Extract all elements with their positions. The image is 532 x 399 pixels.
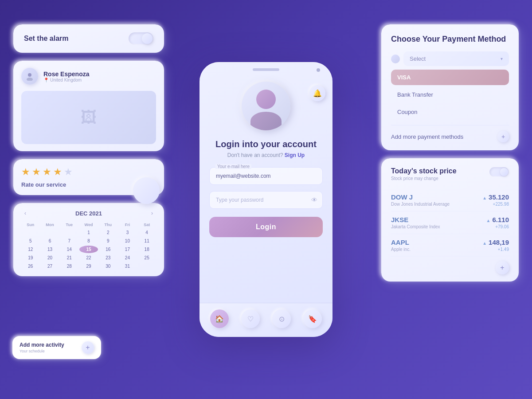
cal-day-25[interactable]: 25 [137,254,156,262]
email-input[interactable] [209,167,323,185]
cal-day-2[interactable]: 2 [99,229,117,236]
payment-option-bank[interactable]: Bank Transfer [391,87,509,102]
cal-day-23[interactable]: 23 [99,254,117,262]
cal-day-7[interactable]: 7 [60,237,78,245]
bell-icon: 🔔 [313,89,322,98]
stock-item-dowj: DOW J Dow Jones Industrial Average ▲35.1… [391,189,509,211]
cal-day-10[interactable]: 10 [118,237,137,245]
alarm-toggle[interactable] [129,32,153,45]
payment-option-coupon[interactable]: Coupon [391,104,509,120]
stock-toggle-switch[interactable] [489,167,509,177]
cal-day-24[interactable]: 24 [118,254,137,262]
signup-link[interactable]: Sign Up [285,152,305,158]
cal-day-31[interactable]: 31 [118,262,137,270]
cal-day-26[interactable]: 26 [21,262,40,270]
cal-day-14[interactable]: 14 [60,246,78,253]
cal-day-16[interactable]: 16 [99,246,117,253]
stock-add-button[interactable]: + [496,261,509,274]
star-5[interactable]: ★ [64,166,73,178]
cal-day-11[interactable]: 11 [137,237,156,245]
cal-day[interactable] [21,229,40,236]
phone-notch [253,68,279,71]
left-widgets-panel: Set the alarm Rose Espenoza 📍 Uni [13,24,164,276]
alarm-label: Set the alarm [24,35,68,43]
svg-point-1 [27,78,33,81]
cal-day-17[interactable]: 17 [118,246,137,253]
nav-bookmark-button[interactable]: 🔖 [303,309,322,328]
payment-option-visa[interactable]: VISA [391,70,509,85]
add-payment-row: Add more payment methods + [391,125,509,142]
phone-notch-area [200,62,332,73]
select-label: Select [410,55,426,62]
cal-day-21[interactable]: 21 [60,254,78,262]
cal-day-19[interactable]: 19 [21,254,40,262]
profile-info: Rose Espenoza 📍 United Kingdom [43,70,89,82]
calendar-next[interactable]: › [148,209,156,217]
calendar-widget: ‹ DEC 2021 › Sun Mon Tue Wed Thu Fri Sat… [13,203,164,276]
toggle-knob [142,33,153,44]
cal-day[interactable] [60,229,78,236]
stock-price-aapl: ▲148,19 [482,239,509,246]
cal-header-thu: Thu [99,222,117,228]
cal-day-6[interactable]: 6 [41,237,59,245]
star-4[interactable]: ★ [53,166,62,178]
cal-day-8[interactable]: 8 [79,237,98,245]
stock-price-area-aapl: ▲148,19 +1.49 [482,239,509,252]
avatar-head [256,90,276,109]
star-3[interactable]: ★ [43,166,51,178]
profile-country: 📍 United Kingdom [43,78,89,82]
cal-day-4[interactable]: 4 [137,229,156,236]
up-arrow-icon: ▲ [482,241,487,246]
cal-day-5[interactable]: 5 [21,237,40,245]
cal-day-20[interactable]: 20 [41,254,59,262]
cal-header-sun: Sun [21,222,40,228]
cal-day-22[interactable]: 22 [79,254,98,262]
login-form: Your e-mail here 👁 Login [200,158,332,237]
cal-day-18[interactable]: 18 [137,246,156,253]
email-input-group: Your e-mail here [209,167,323,185]
stock-title-area: Today's stock price Stock price may chan… [391,167,457,181]
eye-icon[interactable]: 👁 [311,196,317,203]
stock-info-dowj: DOW J Dow Jones Industrial Average [391,193,450,207]
phone-bell-button[interactable]: 🔔 [309,85,325,101]
cal-header-fri: Fri [118,222,137,228]
calendar-month: DEC 2021 [75,210,102,217]
add-activity-button[interactable]: + [82,341,94,354]
cal-day-3[interactable]: 3 [118,229,137,236]
stars-row: ★ ★ ★ ★ ★ [21,166,156,178]
star-2[interactable]: ★ [32,166,41,178]
nav-heart-button[interactable]: ♡ [241,309,260,328]
add-activity-title: Add more activity [20,342,76,348]
stock-change-jkse: +79.06 [486,224,509,229]
cal-day-28[interactable]: 28 [60,262,78,270]
nav-home-button[interactable]: 🏠 [210,309,229,328]
select-circle-icon [391,55,400,63]
cal-day[interactable] [41,229,59,236]
cal-day-15[interactable]: 15 [79,246,98,253]
stock-header: Today's stock price Stock price may chan… [391,167,509,181]
login-button[interactable]: Login [209,217,323,237]
star-1[interactable]: ★ [21,166,30,178]
nav-settings-button[interactable]: ⊙ [272,309,291,328]
cal-header-mon: Mon [41,222,59,228]
rating-widget: ★ ★ ★ ★ ★ Rate our service [13,159,164,195]
stock-fullname-jkse: Jakarta Composite Index [391,224,440,229]
cal-day-12[interactable]: 12 [21,246,40,253]
cal-day-30[interactable]: 30 [99,262,117,270]
profile-name: Rose Espenoza [43,70,89,78]
cal-day-27[interactable]: 27 [41,262,59,270]
payment-select-dropdown[interactable]: Select ▾ [403,51,509,66]
phone-camera [317,68,320,72]
calendar-prev[interactable]: ‹ [21,209,29,217]
add-payment-button[interactable]: + [497,131,509,142]
stock-change-aapl: +1.49 [482,247,509,252]
cal-day-29[interactable]: 29 [79,262,98,270]
cal-day-1[interactable]: 1 [79,229,98,236]
add-activity-text: Add more activity Your schedule [20,342,76,353]
stock-title: Today's stock price [391,167,457,175]
cal-day-13[interactable]: 13 [41,246,59,253]
phone-mockup: 🔔 Login into your account Don't have an … [200,62,332,337]
password-input[interactable] [209,191,323,209]
alarm-widget: Set the alarm [13,24,164,53]
cal-day-9[interactable]: 9 [99,237,117,245]
